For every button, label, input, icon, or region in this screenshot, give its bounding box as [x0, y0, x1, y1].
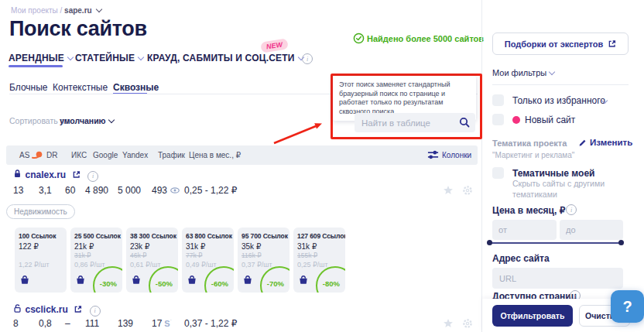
- tab-articles[interactable]: СТАТЕЙНЫЕ: [75, 53, 143, 63]
- annotation-arrow: [268, 118, 330, 149]
- sort-dropdown[interactable]: умолчанию: [60, 116, 114, 125]
- edit-theme-label: Изменить: [590, 138, 632, 147]
- found-count-badge: Найдено более 5000 сайтов: [367, 34, 484, 43]
- package-card[interactable]: 127 609 Ссылок 31k ₽ 155k ₽ 0,25 ₽/шт -8…: [293, 228, 345, 293]
- new-site-label[interactable]: Новый сайт: [525, 115, 575, 125]
- site-domain-link[interactable]: cnalex.ru: [25, 169, 66, 180]
- basket-icon[interactable]: [131, 274, 142, 288]
- cell-yandex: 5 000: [118, 185, 141, 196]
- package-card[interactable]: 100 Ссылок 122 ₽ 1,22 ₽/шт: [15, 228, 67, 293]
- url-field[interactable]: [492, 268, 623, 289]
- edit-theme-link[interactable]: Изменить: [578, 138, 632, 147]
- cell-google: 111: [85, 318, 99, 329]
- site-domain-link[interactable]: csclick.ru: [25, 304, 67, 315]
- package-links: 100 Ссылок: [19, 232, 63, 240]
- cell-dr: 3,1: [39, 185, 52, 196]
- basket-icon[interactable]: [19, 274, 30, 288]
- star-icon[interactable]: [443, 185, 454, 199]
- external-link-icon[interactable]: [72, 168, 84, 181]
- tab-rental[interactable]: АРЕНДНЫЕ: [9, 53, 73, 63]
- breadcrumb-project[interactable]: sape.ru: [64, 6, 92, 15]
- package-links: 38 300 Ссылок: [130, 232, 174, 240]
- favorites-checkbox[interactable]: [492, 94, 504, 106]
- breadcrumb-root[interactable]: Мои проекты: [11, 6, 58, 15]
- tab-label: АРЕНДНЫЕ: [9, 53, 64, 63]
- column-iks[interactable]: ИКС: [71, 151, 87, 159]
- column-traffic[interactable]: Трафик: [158, 151, 185, 159]
- package-card[interactable]: 63 800 Ссылок 31k ₽ 77k ₽ 0,49 ₽/шт -60%: [182, 228, 234, 293]
- chevron-down-icon: [67, 54, 74, 60]
- project-theme-label: Тематика проекта: [492, 139, 567, 148]
- chevron-down-icon[interactable]: [96, 6, 102, 12]
- column-yandex[interactable]: Yandex: [122, 151, 148, 159]
- slider-handle-min[interactable]: [487, 240, 492, 245]
- filter-button[interactable]: Отфильтровать: [492, 305, 573, 327]
- chevron-down-icon: [108, 117, 114, 123]
- star-icon[interactable]: [443, 318, 454, 332]
- thematic-checkbox[interactable]: [492, 167, 504, 179]
- eye-icon[interactable]: [170, 187, 180, 194]
- tab-label: СТАТЕЙНЫЕ: [75, 53, 135, 63]
- pencil-icon: [578, 139, 587, 147]
- columns-button[interactable]: Колонки: [427, 149, 471, 160]
- package-links: 95 700 Ссылок: [242, 232, 286, 240]
- price-to-field[interactable]: [560, 220, 623, 240]
- package-card[interactable]: 95 700 Ссылок 35k ₽ 116k ₽ 0,37 ₽/шт -70…: [238, 228, 289, 293]
- cell-iks: 60: [65, 185, 75, 196]
- my-filters-label: Мои фильтры: [492, 68, 546, 77]
- slider-handle-max[interactable]: [618, 240, 624, 245]
- price-per-month-label: Цена в месяц, ₽: [492, 205, 565, 216]
- tab-crowd-submits[interactable]: КРАУД, САБМИТЫ И СОЦ.СЕТИ: [147, 53, 303, 63]
- subtab-sitewide[interactable]: Сквозные: [113, 82, 159, 93]
- info-icon[interactable]: i: [90, 306, 101, 317]
- expert-collections-button[interactable]: Подборки от экспертов: [492, 33, 629, 55]
- basket-icon[interactable]: [187, 274, 197, 288]
- column-dr[interactable]: DR: [46, 151, 57, 159]
- package-old-price: 155k ₽: [297, 252, 341, 259]
- package-old-price: 77k ₽: [186, 252, 230, 259]
- favorites-label[interactable]: Только из избранного: [512, 95, 605, 106]
- price-from-input[interactable]: [492, 220, 557, 240]
- info-icon[interactable]: i: [566, 204, 577, 215]
- external-link-icon[interactable]: [74, 303, 85, 316]
- package-unit-price: 1,22 ₽/шт: [19, 261, 63, 269]
- new-site-checkbox[interactable]: [492, 114, 504, 125]
- gear-icon[interactable]: [462, 318, 473, 332]
- basket-icon[interactable]: [298, 274, 309, 288]
- my-filters-dropdown[interactable]: Мои фильтры: [492, 68, 554, 77]
- info-icon[interactable]: i: [302, 53, 313, 64]
- help-button[interactable]: ?: [611, 290, 644, 323]
- column-price[interactable]: Цена в мес., ₽: [189, 151, 241, 159]
- basket-icon[interactable]: [75, 274, 86, 288]
- price-to-input[interactable]: [560, 220, 623, 240]
- site-search-page: Мои проекты / sape.ru Поиск сайтов АРЕНД…: [0, 0, 644, 332]
- package-old-price: 31k ₽: [74, 252, 118, 259]
- traffic-value: 17: [152, 318, 162, 329]
- column-as[interactable]: AS: [19, 151, 29, 159]
- category-tag[interactable]: Недвижимость: [6, 204, 75, 219]
- column-google[interactable]: Google: [93, 151, 118, 159]
- external-link-icon: [608, 39, 616, 48]
- divider: [481, 0, 482, 332]
- price-range-slider[interactable]: [489, 242, 621, 244]
- info-icon[interactable]: i: [87, 171, 98, 182]
- package-card[interactable]: 25 500 Ссылок 21k ₽ 31k ₽ 0,86 ₽/шт -30%: [70, 228, 122, 293]
- package-price: 122 ₽: [19, 242, 63, 251]
- gear-icon[interactable]: [462, 185, 473, 199]
- package-card[interactable]: 38 300 Ссылок 23k ₽ 46k ₽ 0,61 ₽/шт -50%: [126, 228, 178, 293]
- subtab-contextual[interactable]: Контекстные: [53, 82, 108, 93]
- cell-google: 4 890: [85, 185, 108, 196]
- package-price: 35k ₽: [242, 242, 286, 251]
- cell-dr: 0,8: [39, 318, 52, 329]
- table-search-input[interactable]: [355, 113, 475, 132]
- package-price: 23k ₽: [130, 242, 174, 251]
- new-badge: NEW: [260, 38, 289, 53]
- search-icon[interactable]: [459, 117, 470, 131]
- breadcrumb[interactable]: Мои проекты / sape.ru: [11, 6, 101, 15]
- url-input[interactable]: [492, 268, 623, 289]
- table-search[interactable]: [355, 113, 475, 132]
- basket-icon[interactable]: [242, 274, 253, 288]
- subtab-block[interactable]: Блочные: [9, 82, 47, 93]
- thematic-label[interactable]: Тематичные моей: [512, 168, 594, 179]
- price-from-field[interactable]: [492, 220, 557, 240]
